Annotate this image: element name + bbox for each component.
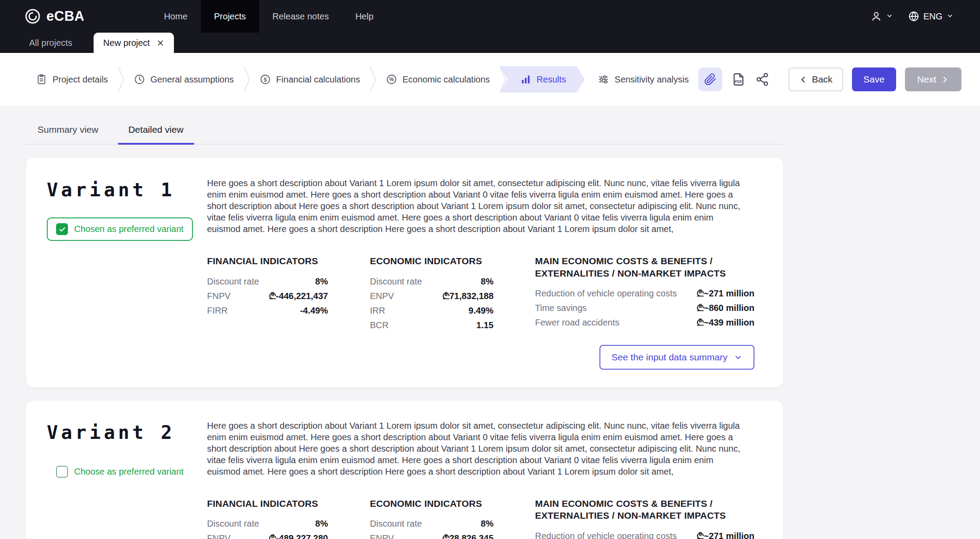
impacts-title: MAIN ECONOMIC COSTS & BENEFITS / EXTERNA…: [535, 498, 754, 522]
step-project-details[interactable]: Project details: [26, 66, 118, 93]
indicator-value: 9.49%: [468, 306, 494, 316]
indicator-label: ENPV: [370, 533, 399, 539]
ecba-logo-icon: [25, 8, 41, 24]
preferred-variant-toggle[interactable]: Choose as preferred variant: [47, 460, 193, 483]
variant-1-indicators: FINANCIAL INDICATORS Discount rate 8% FN…: [207, 255, 754, 333]
step-financial-calculations[interactable]: $ Financial calculations: [250, 66, 370, 93]
stepper: Project details General assumptions $ Fi…: [26, 66, 698, 93]
financial-indicators-title: FINANCIAL INDICATORS: [207, 255, 328, 267]
indicator-row: Fewer road accidents ₾~439 million: [535, 315, 754, 330]
variant-1-header: Variant 1 Chosen as preferred variant: [47, 177, 207, 370]
indicator-label: Time savings: [535, 303, 592, 313]
indicator-label: FNPV: [207, 291, 236, 301]
top-nav-right: ENG: [871, 11, 954, 22]
indicator-row: ENPV ₾71,832,188: [370, 289, 494, 303]
chevron-down-icon: [946, 11, 954, 22]
indicator-row: FNPV ₾-489,227,280: [207, 531, 328, 539]
indicator-row: Reduction of vehicle operating costs ₾~2…: [535, 529, 754, 539]
variant-2-body: Here goes a short description about Vari…: [207, 420, 754, 539]
main-nav: Home Projects Release notes Help: [151, 0, 387, 33]
indicator-label: Discount rate: [370, 277, 427, 287]
step-sensitivity-analysis[interactable]: Sensitivity analysis: [584, 66, 698, 93]
next-button[interactable]: Next: [905, 67, 961, 91]
nav-item-projects[interactable]: Projects: [201, 0, 259, 33]
currency-circle-icon: $: [260, 74, 271, 85]
step-label: Sensitivity analysis: [614, 75, 689, 85]
app-logo[interactable]: eCBA: [25, 8, 84, 24]
back-button[interactable]: Back: [788, 67, 843, 91]
next-button-label: Next: [917, 74, 936, 85]
paperclip-icon: [704, 73, 716, 86]
step-label: Project details: [53, 75, 108, 85]
indicator-label: FNPV: [207, 533, 236, 539]
input-data-summary-label: See the input data summary: [611, 352, 727, 363]
variant-description: Here goes a short description about Vari…: [207, 420, 754, 477]
impacts-indicators: MAIN ECONOMIC COSTS & BENEFITS / EXTERNA…: [535, 255, 754, 333]
language-menu[interactable]: ENG: [908, 11, 954, 22]
indicator-row: Discount rate 8%: [370, 517, 494, 531]
export-pdf-button[interactable]: PDF: [731, 72, 746, 87]
step-label: General assumptions: [151, 75, 234, 85]
indicator-value: -4.49%: [300, 306, 328, 316]
indicator-label: Reduction of vehicle operating costs: [535, 531, 682, 539]
variant-2-indicators: FINANCIAL INDICATORS Discount rate 8% FN…: [207, 498, 754, 539]
app-logo-text: eCBA: [46, 8, 84, 24]
checkbox-unchecked-icon[interactable]: [56, 466, 68, 478]
share-button[interactable]: [755, 72, 770, 87]
indicator-row: IRR 9.49%: [370, 303, 494, 318]
indicator-row: Discount rate 8%: [207, 274, 328, 289]
economic-indicators: ECONOMIC INDICATORS Discount rate 8% ENP…: [370, 255, 494, 333]
attachments-button[interactable]: [698, 67, 722, 91]
indicator-value: ₾71,832,188: [443, 291, 494, 301]
economic-indicators-title: ECONOMIC INDICATORS: [370, 255, 494, 267]
assumptions-icon: [134, 74, 145, 85]
indicator-value: 8%: [481, 519, 494, 529]
back-button-label: Back: [812, 74, 833, 85]
sliders-icon: [598, 74, 609, 85]
indicator-label: IRR: [370, 306, 390, 316]
step-general-assumptions[interactable]: General assumptions: [124, 66, 244, 93]
indicator-row: BCR 1.15: [370, 318, 494, 333]
indicator-value: ₾-446,221,437: [269, 291, 328, 301]
svg-text:PDF: PDF: [735, 79, 743, 84]
economic-indicators: ECONOMIC INDICATORS Discount rate 8% ENP…: [370, 498, 494, 539]
view-tabs: Summary view Detailed view: [26, 124, 783, 145]
save-button-label: Save: [863, 74, 885, 85]
step-label: Economic calculations: [403, 75, 490, 85]
svg-text:%: %: [389, 76, 394, 82]
clipboard-icon: [36, 74, 47, 85]
step-separator-icon: [370, 67, 376, 92]
step-separator-icon: [244, 67, 250, 92]
nav-item-help[interactable]: Help: [342, 0, 387, 33]
variant-2-header: Variant 2 Choose as preferred variant: [47, 420, 207, 539]
indicator-label: Discount rate: [207, 277, 264, 287]
save-button[interactable]: Save: [852, 67, 896, 91]
close-icon[interactable]: [157, 39, 164, 47]
tab-all-projects[interactable]: All projects: [29, 38, 72, 48]
indicator-row: Discount rate 8%: [370, 274, 494, 289]
step-economic-calculations[interactable]: % Economic calculations: [376, 66, 500, 93]
input-data-summary-button[interactable]: See the input data summary: [599, 345, 754, 370]
tab-new-project[interactable]: New project: [94, 33, 174, 53]
step-label: Financial calculations: [276, 75, 360, 85]
financial-indicators-title: FINANCIAL INDICATORS: [207, 498, 328, 510]
preferred-variant-toggle[interactable]: Chosen as preferred variant: [47, 217, 193, 241]
project-tab-bar: All projects New project: [0, 33, 980, 53]
impacts-title: MAIN ECONOMIC COSTS & BENEFITS / EXTERNA…: [535, 255, 754, 279]
nav-item-release-notes[interactable]: Release notes: [259, 0, 342, 33]
tab-summary-view[interactable]: Summary view: [27, 124, 109, 144]
impacts-indicators: MAIN ECONOMIC COSTS & BENEFITS / EXTERNA…: [535, 498, 754, 539]
step-results[interactable]: Results: [500, 66, 585, 93]
chevron-down-icon: [734, 353, 743, 362]
checkbox-checked-icon[interactable]: [56, 223, 68, 235]
indicator-value: ₾~860 million: [697, 303, 754, 313]
variant-title: Variant 2: [47, 422, 207, 443]
account-menu[interactable]: [871, 11, 893, 22]
variant-title: Variant 1: [47, 179, 207, 201]
tab-detailed-view[interactable]: Detailed view: [118, 124, 194, 144]
variant-1-body: Here goes a short description about Vari…: [207, 177, 754, 370]
summary-button-row: See the input data summary: [207, 345, 754, 370]
indicator-value: ₾28,826,345: [443, 533, 494, 539]
nav-item-home[interactable]: Home: [151, 0, 200, 33]
indicator-value: 8%: [481, 277, 494, 287]
